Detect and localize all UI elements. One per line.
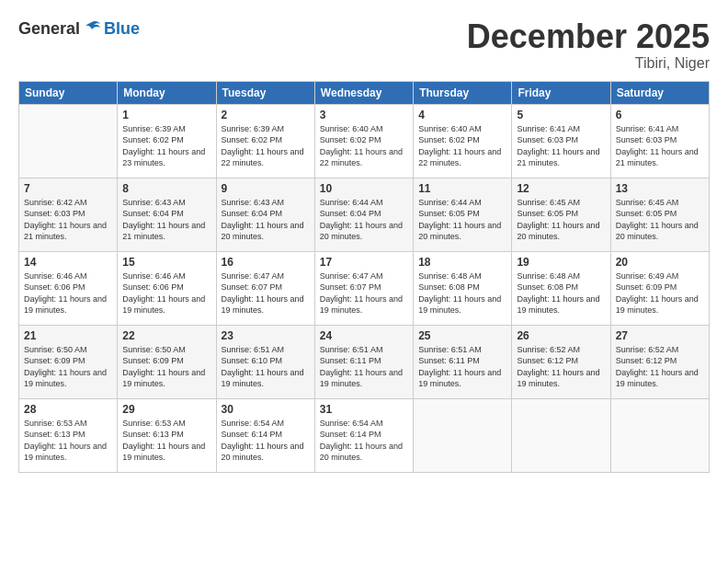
calendar-cell: 26Sunrise: 6:52 AM Sunset: 6:12 PM Dayli… <box>512 325 610 398</box>
cell-info: Sunrise: 6:50 AM Sunset: 6:09 PM Dayligh… <box>122 344 210 390</box>
day-number: 1 <box>122 109 210 121</box>
calendar-table: SundayMondayTuesdayWednesdayThursdayFrid… <box>18 81 710 473</box>
calendar-header-thursday: Thursday <box>414 81 512 104</box>
header: General Blue December 2025 Tibiri, Niger <box>18 18 710 72</box>
day-number: 25 <box>418 329 506 342</box>
title-section: December 2025 Tibiri, Niger <box>467 18 710 72</box>
calendar-cell <box>19 104 118 178</box>
day-number: 18 <box>418 256 506 269</box>
day-number: 17 <box>320 256 408 269</box>
cell-info: Sunrise: 6:48 AM Sunset: 6:08 PM Dayligh… <box>418 270 506 316</box>
cell-info: Sunrise: 6:54 AM Sunset: 6:14 PM Dayligh… <box>222 418 310 464</box>
logo-general-text: General <box>18 19 80 39</box>
calendar-cell: 6Sunrise: 6:41 AM Sunset: 6:03 PM Daylig… <box>610 104 709 178</box>
day-number: 21 <box>24 329 112 342</box>
cell-info: Sunrise: 6:51 AM Sunset: 6:11 PM Dayligh… <box>418 344 506 390</box>
cell-info: Sunrise: 6:53 AM Sunset: 6:13 PM Dayligh… <box>122 418 210 464</box>
calendar-cell: 20Sunrise: 6:49 AM Sunset: 6:09 PM Dayli… <box>610 251 709 325</box>
calendar-cell: 3Sunrise: 6:40 AM Sunset: 6:02 PM Daylig… <box>314 104 413 178</box>
cell-info: Sunrise: 6:41 AM Sunset: 6:03 PM Dayligh… <box>616 123 704 169</box>
day-number: 10 <box>320 182 408 195</box>
day-number: 23 <box>222 329 310 342</box>
cell-info: Sunrise: 6:40 AM Sunset: 6:02 PM Dayligh… <box>418 123 506 169</box>
day-number: 26 <box>517 329 605 342</box>
day-number: 3 <box>320 109 408 121</box>
calendar-header-friday: Friday <box>512 81 610 104</box>
cell-info: Sunrise: 6:39 AM Sunset: 6:02 PM Dayligh… <box>122 123 210 169</box>
cell-info: Sunrise: 6:49 AM Sunset: 6:09 PM Dayligh… <box>616 270 704 316</box>
cell-info: Sunrise: 6:51 AM Sunset: 6:11 PM Dayligh… <box>320 344 408 390</box>
cell-info: Sunrise: 6:50 AM Sunset: 6:09 PM Dayligh… <box>24 344 112 390</box>
cell-info: Sunrise: 6:43 AM Sunset: 6:04 PM Dayligh… <box>222 197 310 243</box>
page: General Blue December 2025 Tibiri, Niger… <box>0 0 728 563</box>
day-number: 24 <box>320 329 408 342</box>
cell-info: Sunrise: 6:40 AM Sunset: 6:02 PM Dayligh… <box>320 123 408 169</box>
cell-info: Sunrise: 6:41 AM Sunset: 6:03 PM Dayligh… <box>517 123 605 169</box>
cell-info: Sunrise: 6:53 AM Sunset: 6:13 PM Dayligh… <box>24 418 112 464</box>
day-number: 12 <box>517 182 605 195</box>
calendar-cell: 14Sunrise: 6:46 AM Sunset: 6:06 PM Dayli… <box>19 251 118 325</box>
day-number: 8 <box>122 182 210 195</box>
calendar-week-row: 21Sunrise: 6:50 AM Sunset: 6:09 PM Dayli… <box>19 325 710 398</box>
cell-info: Sunrise: 6:44 AM Sunset: 6:05 PM Dayligh… <box>418 197 506 243</box>
day-number: 13 <box>616 182 704 195</box>
day-number: 4 <box>418 109 506 121</box>
location: Tibiri, Niger <box>467 55 710 72</box>
calendar-cell: 11Sunrise: 6:44 AM Sunset: 6:05 PM Dayli… <box>414 178 512 251</box>
cell-info: Sunrise: 6:45 AM Sunset: 6:05 PM Dayligh… <box>517 197 605 243</box>
cell-info: Sunrise: 6:51 AM Sunset: 6:10 PM Dayligh… <box>222 344 310 390</box>
cell-info: Sunrise: 6:45 AM Sunset: 6:05 PM Dayligh… <box>616 197 704 243</box>
logo-blue-text: Blue <box>104 19 140 39</box>
calendar-cell: 7Sunrise: 6:42 AM Sunset: 6:03 PM Daylig… <box>19 178 118 251</box>
calendar-cell: 28Sunrise: 6:53 AM Sunset: 6:13 PM Dayli… <box>19 398 118 472</box>
calendar-header-row: SundayMondayTuesdayWednesdayThursdayFrid… <box>19 81 710 104</box>
calendar-week-row: 14Sunrise: 6:46 AM Sunset: 6:06 PM Dayli… <box>19 251 710 325</box>
cell-info: Sunrise: 6:42 AM Sunset: 6:03 PM Dayligh… <box>24 197 112 243</box>
calendar-header-sunday: Sunday <box>19 81 118 104</box>
day-number: 15 <box>122 256 210 269</box>
cell-info: Sunrise: 6:46 AM Sunset: 6:06 PM Dayligh… <box>24 270 112 316</box>
calendar-cell: 17Sunrise: 6:47 AM Sunset: 6:07 PM Dayli… <box>314 251 413 325</box>
calendar-header-monday: Monday <box>118 81 216 104</box>
calendar-cell: 1Sunrise: 6:39 AM Sunset: 6:02 PM Daylig… <box>118 104 216 178</box>
calendar-cell: 8Sunrise: 6:43 AM Sunset: 6:04 PM Daylig… <box>118 178 216 251</box>
calendar-cell: 30Sunrise: 6:54 AM Sunset: 6:14 PM Dayli… <box>216 398 314 472</box>
day-number: 29 <box>122 403 210 416</box>
cell-info: Sunrise: 6:52 AM Sunset: 6:12 PM Dayligh… <box>616 344 704 390</box>
calendar-week-row: 7Sunrise: 6:42 AM Sunset: 6:03 PM Daylig… <box>19 178 710 251</box>
day-number: 31 <box>320 403 408 416</box>
day-number: 9 <box>222 182 310 195</box>
calendar-cell: 2Sunrise: 6:39 AM Sunset: 6:02 PM Daylig… <box>216 104 314 178</box>
cell-info: Sunrise: 6:44 AM Sunset: 6:04 PM Dayligh… <box>320 197 408 243</box>
cell-info: Sunrise: 6:52 AM Sunset: 6:12 PM Dayligh… <box>517 344 605 390</box>
calendar-cell: 27Sunrise: 6:52 AM Sunset: 6:12 PM Dayli… <box>610 325 709 398</box>
day-number: 28 <box>24 403 112 416</box>
calendar-cell: 16Sunrise: 6:47 AM Sunset: 6:07 PM Dayli… <box>216 251 314 325</box>
calendar-cell: 29Sunrise: 6:53 AM Sunset: 6:13 PM Dayli… <box>118 398 216 472</box>
calendar-header-saturday: Saturday <box>610 81 709 104</box>
cell-info: Sunrise: 6:46 AM Sunset: 6:06 PM Dayligh… <box>122 270 210 316</box>
calendar-week-row: 1Sunrise: 6:39 AM Sunset: 6:02 PM Daylig… <box>19 104 710 178</box>
calendar-cell: 31Sunrise: 6:54 AM Sunset: 6:14 PM Dayli… <box>314 398 413 472</box>
logo-bird-icon <box>82 18 102 39</box>
cell-info: Sunrise: 6:47 AM Sunset: 6:07 PM Dayligh… <box>320 270 408 316</box>
calendar-cell: 10Sunrise: 6:44 AM Sunset: 6:04 PM Dayli… <box>314 178 413 251</box>
cell-info: Sunrise: 6:48 AM Sunset: 6:08 PM Dayligh… <box>517 270 605 316</box>
calendar-cell: 19Sunrise: 6:48 AM Sunset: 6:08 PM Dayli… <box>512 251 610 325</box>
cell-info: Sunrise: 6:54 AM Sunset: 6:14 PM Dayligh… <box>320 418 408 464</box>
day-number: 30 <box>222 403 310 416</box>
day-number: 7 <box>24 182 112 195</box>
calendar-cell: 22Sunrise: 6:50 AM Sunset: 6:09 PM Dayli… <box>118 325 216 398</box>
calendar-cell: 23Sunrise: 6:51 AM Sunset: 6:10 PM Dayli… <box>216 325 314 398</box>
day-number: 20 <box>616 256 704 269</box>
logo: General Blue <box>18 18 140 39</box>
calendar-cell: 24Sunrise: 6:51 AM Sunset: 6:11 PM Dayli… <box>314 325 413 398</box>
calendar-cell: 4Sunrise: 6:40 AM Sunset: 6:02 PM Daylig… <box>414 104 512 178</box>
cell-info: Sunrise: 6:43 AM Sunset: 6:04 PM Dayligh… <box>122 197 210 243</box>
calendar-cell: 9Sunrise: 6:43 AM Sunset: 6:04 PM Daylig… <box>216 178 314 251</box>
day-number: 2 <box>222 109 310 121</box>
day-number: 6 <box>616 109 704 121</box>
month-title: December 2025 <box>467 18 710 55</box>
day-number: 27 <box>616 329 704 342</box>
calendar-cell: 5Sunrise: 6:41 AM Sunset: 6:03 PM Daylig… <box>512 104 610 178</box>
